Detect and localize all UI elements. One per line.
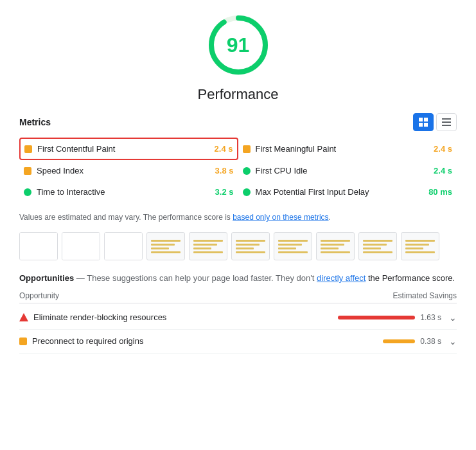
expand-icon-1[interactable]: ⌄ <box>449 312 457 323</box>
metric-dot-tti <box>24 188 31 196</box>
opp-bar-container-2: 0.38 s ⌄ <box>383 336 457 346</box>
metric-dot-mpfid <box>243 188 251 196</box>
svg-rect-5 <box>424 123 428 127</box>
metrics-link[interactable]: based only on these metrics <box>233 213 328 222</box>
opportunities-table-header: Opportunity Estimated Savings <box>19 289 457 303</box>
view-toggle <box>413 113 457 131</box>
opp-bar-container-1: 1.63 s ⌄ <box>338 312 457 323</box>
opportunities-end: the Performance score. <box>366 273 455 283</box>
thumbnail-9 <box>358 232 397 260</box>
svg-rect-6 <box>442 118 451 120</box>
score-section: 91 Performance <box>19 13 457 103</box>
opportunities-header: Opportunities — These suggestions can he… <box>19 272 457 285</box>
metric-row-tti: Time to Interactive 3.2 s <box>19 181 238 203</box>
thumbnails-strip <box>19 232 457 260</box>
metric-dot-fci <box>243 167 251 175</box>
metric-dot-si <box>24 167 31 175</box>
score-value: 91 <box>227 33 250 57</box>
opp-name-render-blocking: Eliminate render-blocking resources <box>33 312 333 322</box>
col-savings: Estimated Savings <box>393 291 457 300</box>
metric-value-si: 3.8 s <box>215 166 234 176</box>
opportunities-section: Opportunities — These suggestions can he… <box>19 272 457 354</box>
metric-name-tti: Time to Interactive <box>37 187 210 197</box>
thumbnail-10 <box>401 232 439 260</box>
thumbnail-3 <box>104 232 143 260</box>
metrics-title: Metrics <box>19 117 51 127</box>
list-view-button[interactable] <box>436 113 457 131</box>
svg-rect-4 <box>419 123 423 127</box>
metric-row-si: Speed Index 3.8 s <box>19 160 238 181</box>
metric-dot-fcp <box>24 145 32 153</box>
metrics-section: Metrics First Conte <box>19 113 457 203</box>
performance-label: Performance <box>198 86 279 103</box>
directly-affect-link[interactable]: directly affect <box>317 273 366 283</box>
metric-row-mpfid: Max Potential First Input Delay 80 ms <box>238 181 457 203</box>
orange-square-icon <box>19 338 27 345</box>
metric-row-fcp: First Contentful Paint 2.4 s <box>19 138 238 160</box>
thumbnail-8 <box>316 232 355 260</box>
metrics-header: Metrics <box>19 113 457 131</box>
thumbnail-5 <box>189 232 227 260</box>
svg-rect-3 <box>424 118 428 122</box>
thumbnail-2 <box>62 232 100 260</box>
metric-value-fcp: 2.4 s <box>215 144 233 154</box>
metric-row-fmp: First Meaningful Paint 2.4 s <box>238 138 457 160</box>
red-triangle-icon <box>19 313 28 321</box>
metric-value-mpfid: 80 ms <box>428 187 452 197</box>
col-opportunity: Opportunity <box>19 291 59 300</box>
metric-name-mpfid: Max Potential First Input Delay <box>256 187 424 197</box>
opp-savings-2: 0.38 s <box>420 337 441 346</box>
score-circle: 91 <box>206 13 270 77</box>
metric-dot-fmp <box>243 145 251 153</box>
thumbnail-4 <box>146 232 185 260</box>
svg-rect-8 <box>442 125 451 126</box>
opp-bar-orange <box>383 339 415 343</box>
metric-name-fci: First CPU Idle <box>256 166 429 176</box>
opportunities-gray: — These suggestions can help your page l… <box>74 273 317 283</box>
opportunities-bold: Opportunities <box>19 273 74 283</box>
opp-row-render-blocking: Eliminate render-blocking resources 1.63… <box>19 306 457 330</box>
thumbnail-7 <box>274 232 312 260</box>
opp-bar-red <box>338 316 415 320</box>
grid-view-button[interactable] <box>413 113 434 131</box>
thumbnail-1 <box>19 232 58 260</box>
metric-name-si: Speed Index <box>37 166 210 176</box>
metric-name-fmp: First Meaningful Paint <box>256 144 429 154</box>
svg-rect-7 <box>442 122 451 123</box>
metric-name-fcp: First Contentful Paint <box>37 144 209 154</box>
metric-row-fci: First CPU Idle 2.4 s <box>238 160 457 181</box>
opp-savings-1: 1.63 s <box>420 313 441 322</box>
metrics-grid: First Contentful Paint 2.4 s First Meani… <box>19 138 457 203</box>
metric-value-fmp: 2.4 s <box>434 144 452 154</box>
metric-value-tti: 3.2 s <box>215 187 234 197</box>
opp-name-preconnect: Preconnect to required origins <box>32 336 378 346</box>
svg-rect-2 <box>419 118 423 122</box>
thumbnail-6 <box>231 232 270 260</box>
expand-icon-2[interactable]: ⌄ <box>449 336 457 346</box>
metric-value-fci: 2.4 s <box>434 166 452 176</box>
info-text: Values are estimated and may vary. The p… <box>19 212 457 223</box>
opp-row-preconnect: Preconnect to required origins 0.38 s ⌄ <box>19 330 457 354</box>
